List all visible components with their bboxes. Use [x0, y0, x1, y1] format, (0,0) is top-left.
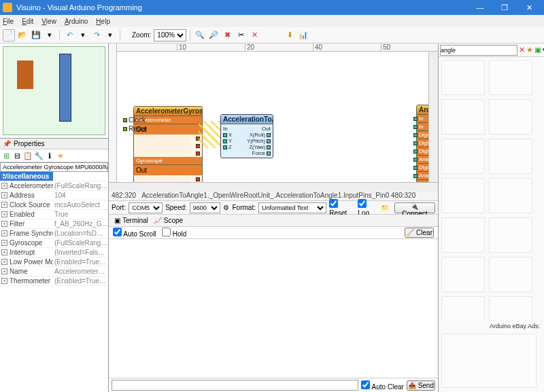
dropdown-icon[interactable]: ▾: [44, 29, 56, 41]
palette-item[interactable]: [441, 99, 485, 135]
prop-icon-3[interactable]: 📋: [23, 151, 33, 160]
menu-file[interactable]: File: [3, 18, 14, 25]
delete-icon[interactable]: ✕: [248, 29, 260, 41]
pin-icon[interactable]: [123, 127, 127, 131]
open-icon[interactable]: 📂: [16, 29, 29, 41]
pin-icon[interactable]: [223, 139, 227, 143]
palette-item[interactable]: [489, 257, 532, 292]
collapse-icon[interactable]: −: [1, 173, 7, 179]
pin-icon[interactable]: [196, 177, 200, 181]
palette-item[interactable]: [441, 296, 485, 321]
preview-node-2[interactable]: [59, 54, 71, 122]
send-input[interactable]: [112, 380, 358, 391]
minimize-button[interactable]: —: [468, 0, 492, 15]
format-select[interactable]: Unformatted Text: [258, 202, 326, 213]
scrollbar-vertical[interactable]: [428, 52, 438, 182]
menu-edit[interactable]: Edit: [22, 18, 33, 25]
expand-icon[interactable]: +: [1, 230, 7, 236]
expand-icon[interactable]: +: [1, 278, 7, 284]
speed-select[interactable]: 9600: [190, 202, 221, 213]
pin-icon[interactable]: [267, 145, 271, 149]
expand-icon[interactable]: +: [1, 202, 7, 208]
undo-drop-icon[interactable]: ▾: [77, 29, 89, 41]
pin-icon[interactable]: [223, 133, 227, 137]
expand-icon[interactable]: +: [1, 240, 7, 246]
pin-icon[interactable]: [413, 174, 418, 178]
reset-checkbox[interactable]: Reset: [329, 199, 355, 217]
palette-item[interactable]: [441, 178, 485, 213]
pin-icon[interactable]: [413, 117, 418, 121]
zoom-fit-icon[interactable]: ✖: [221, 29, 233, 41]
send-button[interactable]: 📤 Send: [407, 380, 435, 391]
expand-icon[interactable]: +: [1, 183, 7, 189]
close-button[interactable]: ✕: [517, 0, 541, 15]
prop-icon-2[interactable]: ⊟: [12, 151, 22, 160]
properties-selection[interactable]: Accelerometer Gyroscope MPU6000/MPU60: [0, 162, 108, 172]
auto-scroll-checkbox[interactable]: Auto Scroll: [113, 230, 156, 238]
tab-terminal[interactable]: ▣ Terminal: [114, 216, 148, 225]
filter-1-icon[interactable]: ★: [526, 44, 533, 56]
undo-icon[interactable]: ↶: [63, 29, 75, 41]
serial-icon[interactable]: 📊: [297, 29, 309, 41]
pin-icon[interactable]: 📌: [3, 140, 11, 147]
maximize-button[interactable]: ❐: [492, 0, 517, 15]
zoom-in-icon[interactable]: 🔍: [194, 29, 206, 41]
prop-icon-6[interactable]: ★: [56, 151, 65, 160]
hold-checkbox[interactable]: Hold: [162, 230, 186, 238]
palette-item[interactable]: [441, 257, 485, 292]
port-select[interactable]: COM5 (…: [129, 202, 163, 213]
pin-icon[interactable]: [223, 145, 227, 149]
zoom-out-icon[interactable]: 🔎: [207, 29, 220, 41]
pin-icon[interactable]: [267, 133, 271, 137]
palette-item[interactable]: [489, 139, 532, 174]
log-checkbox[interactable]: Log: [358, 199, 378, 217]
save-icon[interactable]: 💾: [30, 29, 42, 41]
scrollbar-horizontal[interactable]: [109, 182, 438, 192]
pin-icon[interactable]: [413, 149, 418, 154]
expand-icon[interactable]: +: [1, 259, 7, 265]
node-accelerometer-gyroscope[interactable]: Clock Reset AccelerometerGyroscope1 Acce…: [133, 106, 203, 182]
wire-connection[interactable]: [203, 125, 220, 144]
prop-icon-5[interactable]: ℹ: [45, 151, 54, 160]
palette-item[interactable]: [489, 178, 532, 213]
filter-2-icon[interactable]: ▣: [534, 44, 541, 56]
pin-icon[interactable]: [123, 118, 127, 122]
menu-arduino[interactable]: Arduino: [65, 18, 88, 25]
expand-icon[interactable]: +: [1, 211, 7, 217]
redo-drop-icon[interactable]: ▾: [104, 29, 116, 41]
ad-item[interactable]: [441, 334, 537, 388]
pin-icon[interactable]: [267, 152, 271, 156]
palette-item[interactable]: [489, 296, 532, 321]
preview-node-1[interactable]: [17, 60, 33, 89]
tab-scope[interactable]: 📈 Scope: [154, 216, 183, 225]
pin-icon[interactable]: [413, 166, 418, 170]
tool-a-icon[interactable]: ✂: [235, 29, 247, 41]
new-icon[interactable]: 📄: [3, 29, 15, 41]
speed-config-icon[interactable]: ⚙: [223, 204, 229, 211]
compile-icon[interactable]: ⬇: [284, 29, 296, 41]
expand-icon[interactable]: +: [1, 192, 7, 198]
clear-search-icon[interactable]: ✕: [519, 44, 525, 56]
palette-item[interactable]: [489, 99, 532, 135]
pin-icon[interactable]: [413, 125, 418, 129]
palette-item[interactable]: [441, 217, 485, 253]
clear-button[interactable]: 🧹 Clear: [405, 228, 434, 238]
pin-icon[interactable]: [267, 139, 271, 143]
palette-item[interactable]: [489, 60, 532, 95]
log-config-icon[interactable]: 📁: [381, 204, 389, 211]
palette-item[interactable]: [441, 60, 485, 95]
pin-icon[interactable]: [196, 152, 200, 156]
connect-button[interactable]: 🔌 Connect: [394, 202, 435, 213]
menu-help[interactable]: Help: [96, 18, 110, 25]
redo-icon[interactable]: ↷: [90, 29, 103, 41]
palette-item[interactable]: [441, 139, 485, 174]
search-input[interactable]: [440, 45, 517, 56]
pin-icon[interactable]: [413, 182, 418, 183]
zoom-select[interactable]: 100%: [154, 29, 186, 41]
expand-icon[interactable]: +: [1, 249, 7, 255]
expand-icon[interactable]: +: [1, 221, 7, 227]
palette-item[interactable]: [489, 217, 532, 253]
design-canvas[interactable]: Clock Reset AccelerometerGyroscope1 Acce…: [117, 52, 438, 182]
prop-icon-4[interactable]: 🔧: [34, 151, 44, 160]
expand-icon[interactable]: +: [1, 268, 7, 274]
